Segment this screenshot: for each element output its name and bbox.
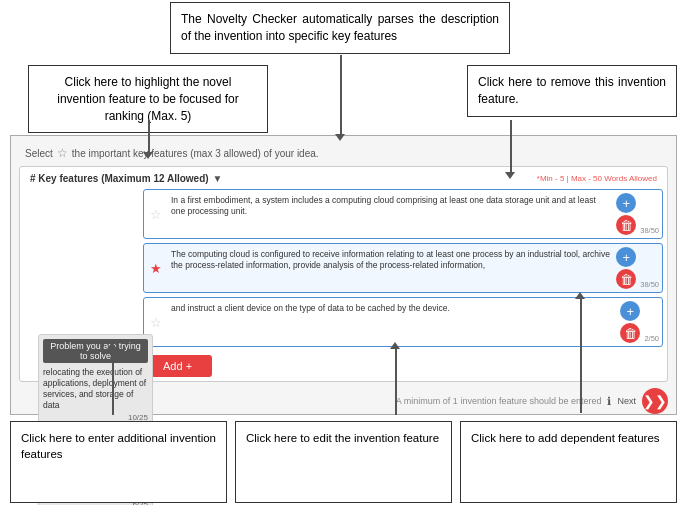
feature-actions-1: + 🗑 xyxy=(616,193,636,235)
features-with-sidebar: Problem you are trying to solve relocati… xyxy=(24,189,663,377)
arrow-top-center-head xyxy=(335,134,345,141)
feature-row-3: ☆ and instruct a client device on the ty… xyxy=(143,297,663,347)
select-label: Select xyxy=(25,148,53,159)
add-button-row: Add + xyxy=(143,355,663,377)
problem-title: Problem you are trying to solve xyxy=(43,339,148,363)
features-header-row: # Key features (Maximum 12 Allowed) ▼ *M… xyxy=(24,171,663,186)
select-suffix: the important key features (max 3 allowe… xyxy=(72,148,319,159)
arrow-top-right-head xyxy=(505,172,515,179)
star-button-1[interactable]: ☆ xyxy=(147,193,165,235)
word-count-3: 2/50 xyxy=(644,334,659,343)
word-count-1: 38/50 xyxy=(640,226,659,235)
feature-add-button-2[interactable]: + xyxy=(616,247,636,267)
features-list: ☆ In a first embodiment, a system includ… xyxy=(143,189,663,377)
bottom-callouts: Click here to enter additional invention… xyxy=(10,421,677,503)
callout-bottom-center-text: Click here to edit the invention feature xyxy=(246,432,439,444)
feature-text-3: and instruct a client device on the type… xyxy=(169,301,616,343)
feature-text-1: In a first embodiment, a system includes… xyxy=(169,193,612,235)
problem-box: Problem you are trying to solve relocati… xyxy=(38,334,153,427)
callout-bottom-center: Click here to edit the invention feature xyxy=(235,421,452,503)
word-count-2: 38/50 xyxy=(640,280,659,289)
feature-row-2: ★ The computing cloud is configured to r… xyxy=(143,243,663,293)
arrow-bottom-center-head xyxy=(390,342,400,349)
features-area: # Key features (Maximum 12 Allowed) ▼ *M… xyxy=(19,166,668,382)
info-icon: ℹ xyxy=(607,395,611,408)
callout-top-center: The Novelty Checker automatically parses… xyxy=(170,2,510,54)
next-button[interactable]: ❯❯ xyxy=(642,388,668,414)
star-icon: ☆ xyxy=(57,146,68,160)
callout-top-right-text: Click here to remove this invention feat… xyxy=(478,75,666,106)
callout-top-center-text: The Novelty Checker automatically parses… xyxy=(181,12,499,43)
arrow-bottom-center xyxy=(395,345,397,415)
feature-actions-2: + 🗑 xyxy=(616,247,636,289)
problem-content: relocating the execution of applications… xyxy=(43,367,148,411)
feature-delete-button-2[interactable]: 🗑 xyxy=(616,269,636,289)
arrow-top-center xyxy=(340,55,342,137)
arrow-bottom-right xyxy=(580,295,582,413)
callout-bottom-right-text: Click here to add dependent features xyxy=(471,432,660,444)
select-row: Select ☆ the important key features (max… xyxy=(19,144,668,162)
feature-row-1: ☆ In a first embodiment, a system includ… xyxy=(143,189,663,239)
star-button-2[interactable]: ★ xyxy=(147,247,165,289)
callout-top-left-text: Click here to highlight the novel invent… xyxy=(57,75,238,123)
callout-top-right: Click here to remove this invention feat… xyxy=(467,65,677,117)
feature-add-button-1[interactable]: + xyxy=(616,193,636,213)
callout-bottom-left-text: Click here to enter additional invention… xyxy=(21,432,216,460)
feature-delete-button-3[interactable]: 🗑 xyxy=(620,323,640,343)
arrow-top-left xyxy=(148,120,150,155)
arrow-top-right xyxy=(510,120,512,175)
next-label: Next xyxy=(617,396,636,406)
add-feature-button[interactable]: Add + xyxy=(143,355,212,377)
callout-bottom-right: Click here to add dependent features xyxy=(460,421,677,503)
main-panel: Select ☆ the important key features (max… xyxy=(10,135,677,415)
arrow-bottom-right-head xyxy=(575,292,585,299)
arrow-top-left-head xyxy=(143,152,153,159)
minimum-notice: A minimum of 1 invention feature should … xyxy=(396,396,602,406)
feature-add-button-3[interactable]: + xyxy=(620,301,640,321)
dropdown-arrow-icon: ▼ xyxy=(213,173,223,184)
feature-delete-button-1[interactable]: 🗑 xyxy=(616,215,636,235)
feature-text-2: The computing cloud is configured to rec… xyxy=(169,247,612,289)
word-limit-note: *Min - 5 | Max - 50 Words Allowed xyxy=(537,174,657,183)
features-title: # Key features (Maximum 12 Allowed) ▼ xyxy=(30,173,222,184)
main-container: The Novelty Checker automatically parses… xyxy=(0,0,687,505)
arrow-bottom-left xyxy=(112,345,114,415)
arrow-bottom-left-head xyxy=(107,342,117,349)
feature-actions-3: + 🗑 xyxy=(620,301,640,343)
callout-bottom-left: Click here to enter additional invention… xyxy=(10,421,227,503)
